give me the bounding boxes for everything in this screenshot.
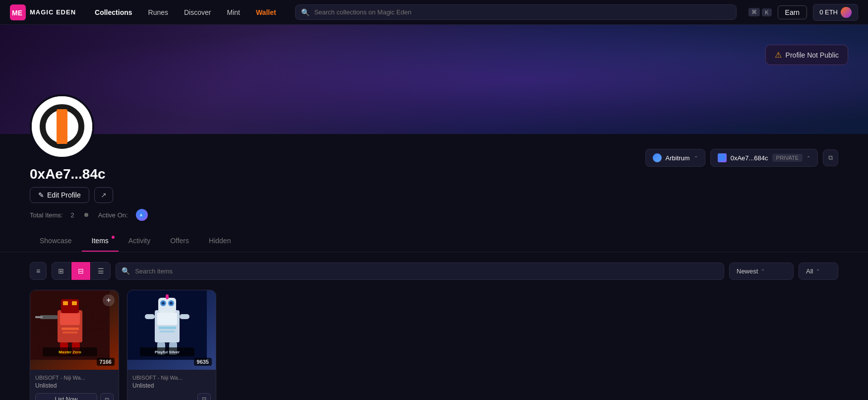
- tab-items-dot: [112, 236, 115, 239]
- search-items-input[interactable]: [116, 263, 724, 280]
- wallet-balance[interactable]: 0 ETH: [813, 4, 858, 21]
- copy-address-button[interactable]: ⧉: [823, 149, 838, 166]
- warning-icon: ⚠: [775, 50, 782, 60]
- list-now-button-0[interactable]: List Now: [35, 393, 97, 400]
- list-now-label-0: List Now: [55, 396, 77, 400]
- tab-activity[interactable]: Activity: [119, 231, 160, 252]
- active-on-label: Active On:: [98, 211, 128, 219]
- logo[interactable]: ME MAGIC EDEN: [10, 4, 76, 20]
- grid-view-button[interactable]: ⊞: [52, 262, 70, 280]
- earn-button[interactable]: Earn: [778, 5, 807, 19]
- search-items-icon: 🔍: [122, 267, 130, 275]
- nft-collection-1: UBISOFT - Niji Wa...: [132, 375, 211, 381]
- chain-chevron-icon: ⌃: [694, 155, 698, 161]
- profile-actions: ✎ Edit Profile ↗: [30, 187, 838, 203]
- nft-card-0[interactable]: Master Zero 7166 + UBISOFT - Niji Wa... …: [30, 290, 119, 400]
- nft-add-button-0[interactable]: +: [103, 294, 115, 306]
- svg-rect-11: [40, 315, 58, 319]
- items-toolbar: ≡ ⊞ ⊟ ☰ 🔍 Newest ⌃ All ⌃: [30, 262, 838, 280]
- svg-rect-15: [62, 328, 79, 330]
- nav-runes[interactable]: Runes: [141, 5, 175, 19]
- filter-chevron-icon: ⌃: [816, 268, 820, 274]
- nav-right: ⌘ K Earn 0 ETH: [748, 4, 858, 21]
- tab-offers[interactable]: Offers: [160, 231, 199, 252]
- view-buttons: ⊞ ⊟ ☰: [52, 262, 111, 280]
- profile-info: 0xAe7...84c ✎ Edit Profile ↗ Total Items…: [30, 134, 838, 221]
- chain-icon: [653, 153, 662, 162]
- shortcut-symbol: ⌘: [748, 8, 760, 16]
- list-view-button[interactable]: ☰: [91, 262, 111, 280]
- profile-meta: Total Items: 2 Active On: A: [30, 209, 838, 221]
- filter-label: All: [806, 267, 813, 275]
- nft-info-1: UBISOFT - Niji Wa... Unlisted ⊡: [127, 370, 216, 400]
- nav-mint[interactable]: Mint: [220, 5, 247, 19]
- items-area: ≡ ⊞ ⊟ ☰ 🔍 Newest ⌃ All ⌃: [0, 252, 868, 400]
- hero-banner: ⚠ Profile Not Public: [0, 25, 868, 134]
- svg-rect-29: [160, 331, 175, 333]
- private-badge: PRIVATE: [772, 154, 803, 162]
- shortcut-key: K: [762, 8, 771, 16]
- svg-text:ME: ME: [12, 9, 22, 17]
- profile-not-public-badge: ⚠ Profile Not Public: [765, 45, 848, 65]
- profile-name: 0xAe7...84c: [30, 166, 838, 182]
- nav-collections[interactable]: Collections: [88, 5, 139, 19]
- total-items-value: 2: [70, 211, 74, 219]
- filter-icon: ≡: [36, 267, 40, 275]
- wallet-icon: [718, 153, 727, 162]
- nft-image-0: Master Zero 7166 +: [30, 290, 119, 370]
- screenshot-button-0[interactable]: ⊡: [100, 393, 114, 400]
- profile-section: Arbitrum ⌃ 0xAe7...684c PRIVATE ⌃ ⧉ 0xAe…: [0, 134, 868, 231]
- tab-items[interactable]: Items: [82, 231, 119, 252]
- meta-separator: [84, 213, 88, 217]
- share-icon: ↗: [101, 191, 107, 199]
- nav-wallet[interactable]: Wallet: [249, 5, 283, 19]
- avatar: [30, 94, 94, 159]
- svg-point-25: [162, 302, 165, 305]
- svg-text:Master Zero: Master Zero: [59, 350, 81, 354]
- screenshot-icon-0: ⊡: [105, 397, 109, 400]
- chain-selector[interactable]: Arbitrum ⌃: [645, 149, 705, 167]
- svg-rect-21: [157, 313, 177, 325]
- svg-rect-16: [62, 332, 77, 333]
- nav-items: Collections Runes Discover Mint Wallet: [88, 5, 283, 19]
- svg-rect-10: [72, 301, 77, 305]
- sort-selector[interactable]: Newest ⌃: [729, 263, 794, 280]
- tabs-bar: Showcase Items Activity Offers Hidden: [0, 231, 868, 252]
- nav-discover[interactable]: Discover: [177, 5, 218, 19]
- svg-text:Playful Silver: Playful Silver: [155, 350, 180, 354]
- nft-grid: Master Zero 7166 + UBISOFT - Niji Wa... …: [30, 290, 838, 400]
- search-input[interactable]: [295, 4, 737, 20]
- wallet-amount: 0 ETH: [819, 8, 838, 16]
- edit-profile-button[interactable]: ✎ Edit Profile: [30, 187, 89, 203]
- edit-icon: ✎: [38, 191, 44, 199]
- svg-rect-2: [719, 155, 725, 161]
- filter-selector[interactable]: All ⌃: [799, 263, 838, 280]
- svg-rect-9: [63, 301, 68, 305]
- svg-rect-22: [158, 298, 176, 313]
- svg-text:A: A: [140, 213, 142, 217]
- tab-showcase[interactable]: Showcase: [30, 231, 82, 252]
- svg-rect-30: [145, 314, 155, 319]
- screenshot-button-1[interactable]: ⊡: [197, 393, 211, 400]
- dense-grid-view-button[interactable]: ⊟: [71, 262, 90, 280]
- profile-not-public-text: Profile Not Public: [786, 51, 839, 59]
- navbar: ME MAGIC EDEN Collections Runes Discover…: [0, 0, 868, 25]
- nft-image-1: Playful Silver 9635: [127, 290, 216, 370]
- share-button[interactable]: ↗: [94, 187, 113, 203]
- active-chain-icon: A: [136, 209, 148, 221]
- nft-number-1: 9635: [194, 358, 212, 366]
- svg-rect-28: [159, 327, 176, 329]
- total-items-label: Total Items:: [30, 211, 62, 219]
- sort-label: Newest: [737, 267, 758, 275]
- tab-hidden[interactable]: Hidden: [199, 231, 241, 252]
- nft-status-0: Unlisted: [35, 382, 114, 389]
- nft-card-1[interactable]: Playful Silver 9635 UBISOFT - Niji Wa...…: [127, 290, 216, 400]
- address-selector[interactable]: 0xAe7...684c PRIVATE ⌃: [710, 149, 818, 167]
- avatar-wrapper: [30, 94, 94, 159]
- filter-button[interactable]: ≡: [30, 262, 47, 280]
- nft-number-0: 7166: [97, 358, 115, 366]
- chain-name: Arbitrum: [666, 154, 690, 162]
- copy-icon: ⧉: [828, 154, 833, 161]
- keyboard-shortcut: ⌘ K: [748, 8, 771, 16]
- address-chevron-icon: ⌃: [806, 155, 810, 161]
